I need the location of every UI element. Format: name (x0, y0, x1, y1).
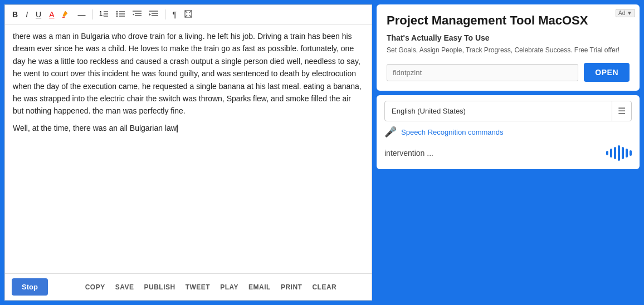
divider-button[interactable]: — (75, 9, 88, 20)
language-menu-button[interactable]: ☰ (612, 101, 631, 121)
editor-toolbar: B I U A — 1. ¶ (5, 5, 372, 24)
wave-bar-6 (626, 149, 628, 158)
open-button[interactable]: OPEN (584, 63, 630, 82)
ad-description: Set Goals, Assign People, Track Progress… (387, 46, 630, 55)
underline-button[interactable]: U (33, 9, 44, 20)
copy-button[interactable]: COPY (85, 283, 105, 291)
svg-text:1.: 1. (99, 11, 104, 17)
print-button[interactable]: PRINT (281, 283, 303, 291)
wave-bar-1 (606, 151, 608, 155)
ordered-list-button[interactable]: 1. (96, 8, 111, 21)
indent-decrease-button[interactable] (130, 8, 144, 21)
editor-panel: B I U A — 1. ¶ there was a man in Bulgar… (4, 4, 372, 301)
wave-bar-4 (618, 145, 620, 161)
email-button[interactable]: EMAIL (248, 283, 271, 291)
bottom-toolbar: Stop COPY SAVE PUBLISH TWEET PLAY EMAIL … (5, 273, 372, 300)
svg-point-7 (116, 16, 118, 17)
expand-button[interactable] (182, 8, 195, 21)
highlight-button[interactable] (59, 8, 72, 21)
ad-url-input[interactable] (387, 64, 578, 81)
save-button[interactable]: SAVE (115, 283, 134, 291)
tweet-button[interactable]: TWEET (186, 283, 211, 291)
language-label: English (United States) (385, 102, 612, 120)
right-panel: Ad ▼ Project Management Tool MacOSX That… (372, 0, 644, 305)
ad-card: Ad ▼ Project Management Tool MacOSX That… (377, 4, 640, 91)
unordered-list-button[interactable] (113, 8, 128, 21)
ad-bottom-row: OPEN (387, 63, 630, 82)
svg-marker-18 (149, 13, 151, 16)
text-cursor (177, 125, 178, 132)
svg-line-20 (185, 11, 187, 13)
speech-status: intervention ... (384, 142, 632, 164)
italic-button[interactable]: I (23, 9, 31, 20)
editor-paragraph-2: Well, at the time, there was an all Bulg… (13, 122, 364, 134)
waveform (606, 145, 632, 161)
svg-point-5 (116, 11, 118, 13)
wave-bar-2 (610, 149, 612, 158)
bold-button[interactable]: B (9, 9, 21, 20)
toolbar-separator-1 (92, 9, 92, 19)
ad-title: Project Management Tool MacOSX (387, 13, 630, 28)
editor-content[interactable]: there was a man in Bulgaria who drove tr… (5, 24, 372, 273)
indent-increase-button[interactable] (147, 8, 161, 21)
stop-button[interactable]: Stop (12, 278, 48, 296)
play-button[interactable]: PLAY (220, 283, 238, 291)
speech-icon: 🎤 (384, 126, 397, 138)
paragraph-button[interactable]: ¶ (169, 9, 179, 20)
font-color-button[interactable]: A (46, 9, 57, 20)
wave-bar-7 (630, 150, 632, 156)
toolbar-separator-2 (165, 9, 165, 19)
speech-status-text: intervention ... (384, 149, 433, 158)
ad-badge[interactable]: Ad ▼ (616, 9, 635, 17)
svg-line-23 (189, 15, 192, 17)
wave-bar-5 (622, 147, 624, 159)
editor-paragraph-1: there was a man in Bulgaria who drove tr… (13, 30, 364, 117)
svg-line-22 (185, 15, 187, 17)
publish-button[interactable]: PUBLISH (144, 283, 175, 291)
svg-line-21 (189, 11, 192, 13)
wave-bar-3 (614, 147, 616, 159)
svg-point-6 (116, 13, 118, 15)
speech-card: English (United States) ☰ 🎤 Speech Recog… (377, 95, 640, 169)
speech-commands-label: Speech Recognition commands (401, 128, 504, 136)
ad-tagline: That's Actually Easy To Use (387, 33, 630, 42)
clear-button[interactable]: CLEAR (312, 283, 336, 291)
action-links: COPY SAVE PUBLISH TWEET PLAY EMAIL PRINT… (57, 283, 365, 291)
language-selector[interactable]: English (United States) ☰ (384, 101, 632, 121)
svg-marker-14 (133, 13, 134, 16)
speech-commands-link[interactable]: 🎤 Speech Recognition commands (384, 126, 632, 138)
